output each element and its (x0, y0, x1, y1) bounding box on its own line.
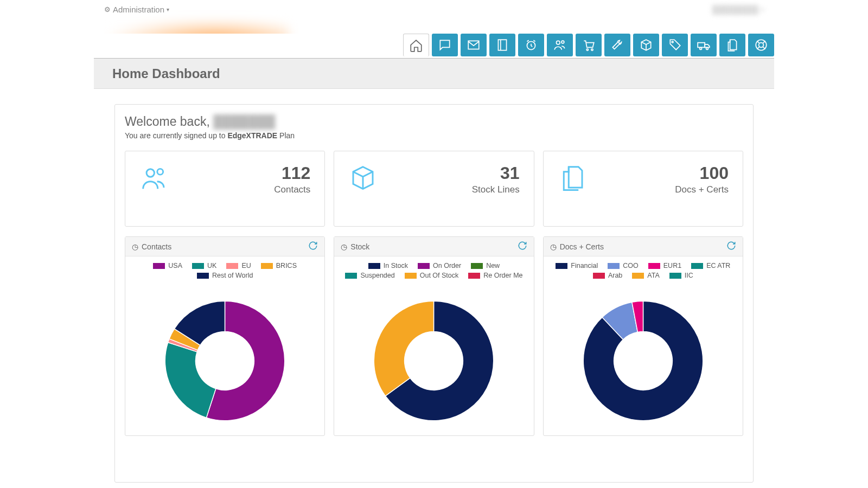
clock-icon (524, 38, 538, 52)
clock-icon: ◷ (341, 242, 347, 251)
home-icon (409, 38, 423, 53)
legend-label: BRICS (276, 262, 297, 269)
clock-icon: ◷ (550, 242, 557, 251)
legend-label: New (486, 262, 500, 269)
chart-legend: USAUKEUBRICSRest of World (130, 262, 320, 285)
nav-chat[interactable] (432, 34, 458, 56)
mail-icon (467, 38, 481, 52)
svg-rect-9 (698, 43, 705, 48)
stats-row: 112Contacts 31Stock Lines 100Docs + Cert… (125, 151, 743, 227)
svg-point-16 (196, 331, 254, 390)
documents-icon (558, 163, 587, 195)
legend-item[interactable]: New (471, 262, 500, 269)
legend-item[interactable]: EU (226, 262, 251, 269)
stat-value: 112 (274, 163, 310, 183)
legend-label: Financial (571, 262, 598, 269)
stat-card-docs[interactable]: 100Docs + Certs (543, 151, 743, 227)
legend-item[interactable]: Suspended (345, 272, 394, 279)
dashboard-body: Welcome back, ███████ You are currently … (114, 104, 754, 483)
stat-label: Stock Lines (472, 184, 520, 195)
cube-icon (639, 38, 653, 52)
stat-card-stock[interactable]: 31Stock Lines (334, 151, 534, 227)
legend-label: EC ATR (706, 262, 730, 269)
legend-swatch (691, 263, 703, 269)
truck-icon (697, 38, 711, 52)
legend-swatch (648, 263, 660, 269)
clock-icon: ◷ (132, 242, 138, 251)
stat-value: 100 (675, 163, 729, 183)
legend-item[interactable]: Out Of Stock (405, 272, 459, 279)
svg-point-15 (157, 169, 163, 175)
legend-swatch (418, 263, 430, 269)
refresh-button[interactable] (518, 241, 527, 252)
stat-label: Contacts (274, 184, 310, 195)
legend-swatch (669, 273, 681, 279)
legend-swatch (368, 263, 380, 269)
legend-item[interactable]: EUR1 (648, 262, 681, 269)
legend-swatch (471, 263, 483, 269)
stat-card-contacts[interactable]: 112Contacts (125, 151, 325, 227)
legend-swatch (405, 273, 417, 279)
page-title: Home Dashboard (112, 66, 220, 81)
refresh-button[interactable] (308, 241, 318, 252)
svg-point-10 (700, 48, 702, 50)
plan-info: You are currently signed up to EdgeXTRAD… (125, 131, 743, 140)
legend-item[interactable]: Rest of World (197, 272, 253, 279)
legend-item[interactable]: On Order (418, 262, 461, 269)
nav-tools[interactable] (604, 34, 630, 56)
legend-swatch (608, 263, 620, 269)
lifebuoy-icon (754, 38, 768, 52)
legend-item[interactable]: Financial (556, 262, 598, 269)
legend-swatch (261, 263, 273, 269)
legend-label: Suspended (360, 272, 394, 279)
legend-item[interactable]: EC ATR (691, 262, 730, 269)
legend-label: On Order (433, 262, 461, 269)
refresh-button[interactable] (726, 241, 736, 252)
admin-label: Administration (113, 5, 164, 14)
legend-item[interactable]: COO (608, 262, 638, 269)
svg-point-13 (759, 43, 764, 48)
chat-icon (438, 38, 452, 52)
panel-title: Contacts (142, 242, 171, 251)
nav-tags[interactable] (662, 34, 688, 56)
legend-item[interactable]: UK (192, 262, 216, 269)
legend-item[interactable]: ATA (632, 272, 659, 279)
legend-item[interactable]: USA (153, 262, 182, 269)
legend-item[interactable]: In Stock (368, 262, 408, 269)
nav-clock[interactable] (518, 34, 544, 56)
legend-label: USA (168, 262, 182, 269)
book-icon (495, 38, 509, 52)
legend-label: IIC (685, 272, 693, 279)
plan-suffix: Plan (277, 131, 295, 140)
nav-help[interactable] (748, 34, 774, 56)
donut-chart (158, 294, 291, 427)
legend-swatch (468, 273, 480, 279)
legend-label: Rest of World (212, 272, 253, 279)
legend-swatch (197, 273, 209, 279)
legend-label: ATA (647, 272, 659, 279)
admin-menu[interactable]: ⚙ Administration ▾ (104, 5, 169, 14)
nav-contacts[interactable] (547, 34, 573, 56)
nav-shipping[interactable] (691, 34, 717, 56)
nav-home[interactable] (403, 34, 429, 56)
user-menu[interactable]: ████████ ▾ (712, 5, 765, 15)
legend-item[interactable]: Re Order Me (468, 272, 522, 279)
chart-card-docs: ◷Docs + Certs FinancialCOOEUR1EC ATRArab… (543, 236, 743, 436)
legend-item[interactable]: BRICS (261, 262, 297, 269)
legend-swatch (556, 263, 567, 269)
nav-book[interactable] (489, 34, 515, 56)
legend-item[interactable]: Arab (593, 272, 622, 279)
welcome-text: Welcome back, (125, 114, 213, 129)
nav-cart[interactable] (576, 34, 602, 56)
legend-item[interactable]: IIC (669, 272, 693, 279)
chart-legend: FinancialCOOEUR1EC ATRArabATAIIC (548, 262, 738, 285)
nav-mail[interactable] (461, 34, 487, 56)
chevron-down-icon: ▾ (167, 7, 169, 12)
user-name: ███████ (213, 114, 275, 129)
stat-label: Docs + Certs (675, 184, 729, 195)
nav-docs[interactable] (719, 34, 745, 56)
nav-stock[interactable] (633, 34, 659, 56)
gear-icon: ⚙ (104, 5, 111, 14)
charts-row: ◷Contacts USAUKEUBRICSRest of World ◷Sto… (125, 236, 743, 436)
svg-point-7 (591, 49, 593, 50)
